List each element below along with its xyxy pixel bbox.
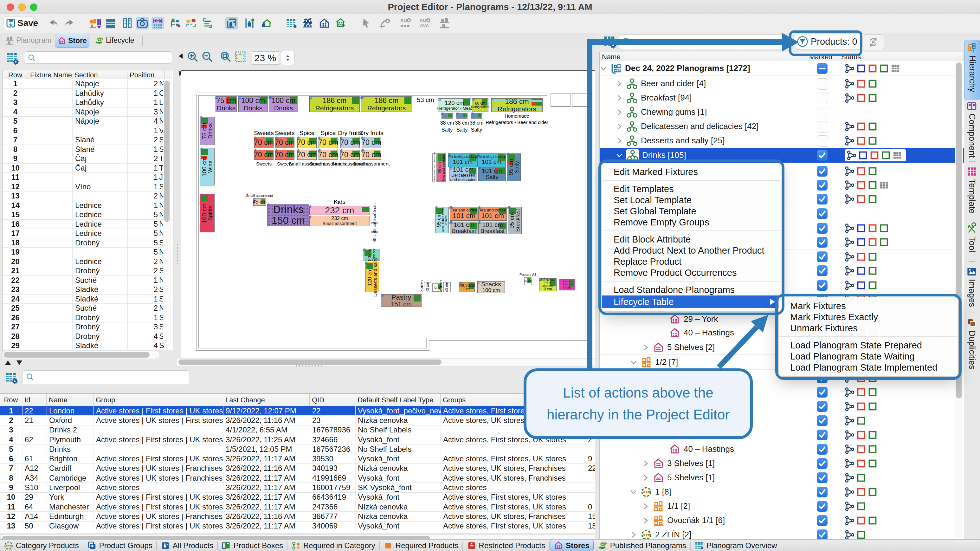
toolbar-product-frame-icon[interactable] bbox=[225, 17, 238, 29]
chevron-right-icon[interactable] bbox=[616, 94, 623, 102]
table-row[interactable]: 195N bbox=[3, 248, 172, 257]
column-header-position[interactable]: Position bbox=[127, 70, 165, 80]
fixture-70-cm[interactable]: 70 cm bbox=[275, 137, 294, 148]
side-tab-images[interactable]: Images bbox=[964, 264, 979, 314]
marked-checkbox[interactable] bbox=[817, 78, 828, 90]
column-header-section[interactable]: Section bbox=[72, 70, 127, 80]
toolbar-export-curve-icon[interactable] bbox=[379, 17, 391, 29]
zoom-level-input[interactable]: 23 % bbox=[251, 51, 279, 65]
fixture-186-cm[interactable]: 186 cmRefrigerators bbox=[309, 96, 360, 112]
bottom-tab-stores[interactable]: Stores bbox=[550, 540, 593, 551]
chevron-right-icon[interactable] bbox=[616, 108, 623, 116]
table-row[interactable]: 18Drobný5S bbox=[3, 239, 172, 248]
tree-item-drinks-105-[interactable]: Drinks [105] bbox=[600, 148, 964, 163]
fixture-45-cm[interactable]: 45 cm bbox=[253, 199, 266, 206]
marked-checkbox[interactable] bbox=[817, 458, 827, 469]
bottom-tab-product-boxes[interactable]: Product Boxes bbox=[218, 540, 287, 551]
marked-checkbox[interactable] bbox=[817, 444, 827, 455]
table-row[interactable]: 10Čaj1T bbox=[3, 164, 172, 173]
tree-item-ovoc-k-1-1-6-[interactable]: Ovocňák 1/1 [6] bbox=[600, 513, 964, 528]
stores-table-settings-button[interactable] bbox=[5, 371, 18, 386]
table-row[interactable]: 61V bbox=[3, 126, 172, 136]
toolbar-product-fixture-icon[interactable] bbox=[243, 17, 256, 29]
bottom-tab-product-groups[interactable]: Product Groups bbox=[83, 540, 156, 551]
menu-item-mark-fixtures-exactly[interactable]: Mark Fixtures Exactly bbox=[779, 312, 958, 323]
table-row[interactable]: 122LondonActive stores | First stores | … bbox=[0, 406, 595, 416]
fixture-66-cm[interactable]: 66 cmRefrigerators bbox=[472, 98, 488, 112]
toolbar-shelf-stack-icon[interactable] bbox=[301, 17, 314, 29]
table-row[interactable]: 661BrightonActive stores | First stores … bbox=[0, 454, 595, 464]
tree-item-1-1-2-[interactable]: 1/1 [2] bbox=[600, 499, 964, 514]
table-row[interactable]: 12Víno1S bbox=[3, 182, 172, 192]
table-row[interactable]: 5Nápoje4N bbox=[3, 117, 172, 126]
menu-item-unmark-fixtures[interactable]: Unmark Fixtures bbox=[779, 323, 958, 334]
chevron-down-icon[interactable] bbox=[600, 65, 607, 72]
fixture-refrigerator-non-alcoholic[interactable]: Refrigerator - Non-alcoholic0 cm bbox=[539, 278, 557, 291]
fixture-box[interactable] bbox=[457, 113, 468, 119]
chevron-down-icon[interactable] bbox=[616, 151, 623, 159]
fixture-40-cm[interactable]: 40 cm bbox=[424, 282, 431, 292]
fixture-120-cm[interactable]: 120 cmRefrigerator - Meat bbox=[438, 98, 471, 112]
chevron-right-icon[interactable] bbox=[642, 460, 649, 467]
fixture-101-cm[interactable]: For baking / cooking101 cm bbox=[477, 153, 506, 167]
fixture-101-cm[interactable]: Tea and coffee101 cm bbox=[478, 207, 507, 221]
fixture-cm[interactable]: cm bbox=[432, 283, 442, 291]
marked-checkbox[interactable] bbox=[817, 135, 828, 147]
toolbar-fixture-sort-icon[interactable] bbox=[89, 17, 102, 29]
table-row[interactable]: 221OxfordActive stores | UK stores | Fir… bbox=[0, 416, 595, 425]
store-floor-canvas[interactable]: 75 cmDrinks100 cmDrinks100 cmDrinks186 c… bbox=[181, 70, 595, 358]
toolbar-shelf-rows-icon[interactable] bbox=[104, 17, 117, 29]
menu-item-load-planogram-state-implemented[interactable]: Load Planogram State Implemented bbox=[779, 362, 958, 373]
scroll-thumb[interactable] bbox=[164, 81, 170, 222]
fixture-box[interactable] bbox=[471, 113, 482, 119]
tree-item-delicatessen-and-delicacies-42-[interactable]: Delicatessen and delicacies [42] bbox=[600, 119, 964, 134]
fixture-70-cm[interactable]: 70 cm bbox=[254, 150, 274, 160]
tree-item-2-zl-n-2-[interactable]: 2 ZLÍN [2] bbox=[600, 527, 964, 540]
table-row[interactable]: 8Slané1S bbox=[3, 145, 172, 154]
fixture-45-cm[interactable]: 45 cm bbox=[371, 233, 378, 241]
table-row[interactable]: 23Sladké2S bbox=[3, 285, 172, 295]
table-row[interactable]: 1164ManchesterActive stores | First stor… bbox=[0, 502, 595, 512]
table-row[interactable]: 16Lednice5N bbox=[3, 220, 172, 229]
fixture-75-cm[interactable]: 75 cmDrinks bbox=[200, 117, 215, 145]
bottom-tab-required-products[interactable]: Required Products bbox=[380, 540, 463, 551]
column-header-name[interactable]: Name bbox=[600, 52, 807, 62]
fixture-101-cm[interactable]: 101 cmBreakfast bbox=[478, 221, 507, 234]
menu-item-add-product-next-to-another-product[interactable]: Add Product Next to Another Product bbox=[602, 245, 781, 256]
fixture-70-cm[interactable]: 70 cm bbox=[362, 137, 381, 148]
table-row[interactable]: 9Čaj2T bbox=[3, 154, 172, 164]
marked-checkbox[interactable] bbox=[817, 121, 828, 132]
column-header-qid[interactable]: QID bbox=[310, 394, 355, 406]
marked-checkbox[interactable] bbox=[817, 208, 827, 219]
hierarchy-collapse-icon[interactable] bbox=[597, 39, 602, 45]
toolbar-camera-icon[interactable] bbox=[136, 17, 149, 29]
fixture-70-cm[interactable]: 70 cm bbox=[254, 137, 274, 148]
menu-item-edit-marked-fixtures[interactable]: Edit Marked Fixtures bbox=[602, 166, 781, 178]
fixture-120-cm[interactable]: 120 cmDesserts and salty bbox=[366, 262, 379, 292]
toolbar-block-lines-icon[interactable] bbox=[201, 17, 214, 29]
toolbar-store-beta-icon[interactable]: BETA bbox=[334, 17, 347, 29]
table-row[interactable]: 1350GlasgowActive stores | First stores … bbox=[0, 522, 595, 531]
tree-item-5-shelves-1-[interactable]: 5 Shelves [1] bbox=[600, 470, 964, 485]
bottom-tab-all-products[interactable]: All Products bbox=[157, 540, 217, 551]
marked-checkbox[interactable] bbox=[817, 166, 827, 177]
left-table-search-input[interactable] bbox=[24, 51, 172, 64]
marked-checkbox[interactable] bbox=[817, 430, 827, 440]
marked-checkbox[interactable] bbox=[817, 180, 827, 191]
fixture-freezer-richard[interactable]: Freezer Richard0 cm bbox=[559, 279, 575, 290]
scroll-thumb[interactable] bbox=[178, 360, 442, 365]
fixture-snacks[interactable]: Snacks100 cm bbox=[477, 281, 505, 293]
chevron-right-icon[interactable] bbox=[616, 137, 623, 145]
fixture-box[interactable] bbox=[442, 113, 453, 119]
table-row[interactable]: 17Lednice5N bbox=[3, 229, 172, 239]
table-row[interactable]: 1Nápoje2N bbox=[3, 79, 172, 89]
zoom-control-zoom-original-icon[interactable] bbox=[220, 50, 232, 64]
side-tab-tool[interactable]: Tool bbox=[964, 221, 979, 263]
marked-checkbox[interactable] bbox=[817, 401, 827, 412]
column-header-name[interactable]: Name bbox=[46, 394, 94, 406]
fixture-100-cm[interactable]: 100 cmSpirits bbox=[200, 194, 215, 233]
table-row[interactable]: 25Suché2N bbox=[3, 304, 172, 313]
zoom-stepper[interactable] bbox=[281, 51, 295, 65]
column-header-marked[interactable]: Marked bbox=[807, 52, 839, 62]
table-row[interactable]: 14Lednice1N bbox=[3, 201, 172, 210]
